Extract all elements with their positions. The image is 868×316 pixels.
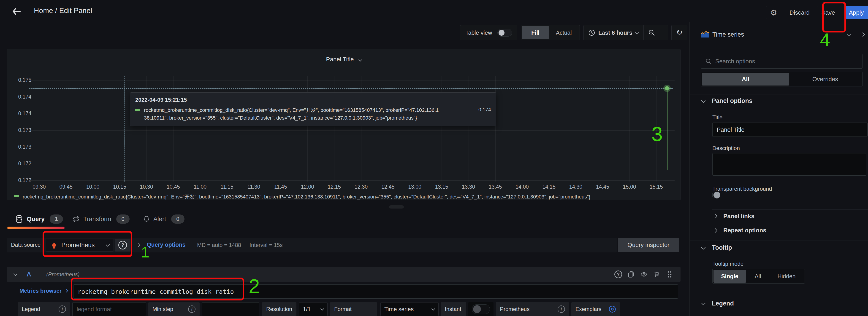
gridline xyxy=(441,76,442,181)
gridline xyxy=(29,130,675,131)
tooltip-mode-hidden[interactable]: Hidden xyxy=(770,270,803,283)
panel-title: Panel Title xyxy=(326,56,354,63)
resolution-select[interactable]: 1/1 xyxy=(299,302,328,316)
query-inspector-button[interactable]: Query inspector xyxy=(618,238,679,252)
repeat-options-title: Repeat options xyxy=(723,227,766,234)
legend-format-input[interactable] xyxy=(72,302,146,316)
panel-header[interactable]: Panel Title xyxy=(7,56,680,63)
delete-query-button[interactable] xyxy=(650,268,663,281)
query-options-link[interactable]: Query options xyxy=(147,241,185,248)
drag-handle[interactable] xyxy=(663,268,676,281)
panel-settings-button[interactable]: ⚙ xyxy=(766,6,781,19)
magnifier-minus-icon xyxy=(648,29,655,36)
gear-icon: ⚙ xyxy=(770,8,777,17)
exemplars-label: Exemplars xyxy=(576,306,601,312)
annotation-number-3: 3 xyxy=(651,124,663,144)
time-range-picker[interactable]: Last 6 hours xyxy=(584,25,644,40)
x-axis-tick: 14:00 xyxy=(508,184,536,190)
discard-button[interactable]: Discard xyxy=(785,6,814,19)
annotation-box-save xyxy=(822,2,846,32)
chart-legend[interactable]: rocketmq_brokeruntime_commitlog_disk_rat… xyxy=(14,194,673,200)
panel-title-input[interactable] xyxy=(712,122,868,137)
table-view-toggle[interactable] xyxy=(497,29,512,37)
annotation-number-2: 2 xyxy=(249,276,260,296)
series-line-dash xyxy=(679,170,682,170)
chevron-right-icon xyxy=(713,228,718,233)
duplicate-query-button[interactable] xyxy=(625,268,638,281)
y-axis-tick: 0.174 xyxy=(10,94,31,100)
tooltip-mode-single[interactable]: Single xyxy=(713,270,746,283)
chevron-down-icon[interactable] xyxy=(847,32,851,37)
resolution-value: 1/1 xyxy=(303,306,311,313)
legend-color-swatch xyxy=(14,195,19,197)
info-icon[interactable]: i xyxy=(59,306,66,313)
metrics-browser-link[interactable]: Metrics browser xyxy=(20,288,67,294)
top-nav: Home / Edit Panel ⚙ Discard Save Apply xyxy=(0,0,868,22)
refresh-button[interactable]: ↻ xyxy=(671,25,687,40)
description-textarea[interactable] xyxy=(712,153,866,176)
tab-overrides[interactable]: Overrides xyxy=(789,73,861,85)
instant-toggle[interactable] xyxy=(472,304,490,314)
resolution-option: Resolution xyxy=(262,302,297,316)
tooltip-mode-all[interactable]: All xyxy=(746,270,770,283)
format-value: Time series xyxy=(384,306,414,313)
back-button[interactable] xyxy=(10,5,23,18)
gridline xyxy=(415,76,415,181)
chevron-down-icon xyxy=(358,58,362,62)
actual-option[interactable]: Actual xyxy=(549,26,579,39)
apply-button[interactable]: Apply xyxy=(845,6,868,19)
fill-option[interactable]: Fill xyxy=(522,26,549,39)
tab-alert[interactable]: Alert 0 xyxy=(143,214,185,224)
eye-icon xyxy=(640,271,648,278)
x-axis-tick: 11:15 xyxy=(213,184,241,190)
info-icon[interactable]: i xyxy=(188,306,195,313)
legend-section-header[interactable]: Legend xyxy=(702,300,734,307)
x-axis-tick: 10:30 xyxy=(133,184,160,190)
panel-links-section[interactable]: Panel links xyxy=(714,213,754,220)
crosshair-horizontal xyxy=(29,88,673,89)
grip-dots-icon xyxy=(667,271,672,278)
gridline xyxy=(495,76,496,181)
collapse-sidebar-button[interactable] xyxy=(861,32,865,37)
gridline xyxy=(281,76,281,181)
fill-actual-segmented: Fill Actual xyxy=(521,25,580,40)
search-options-box[interactable]: Search options xyxy=(701,54,863,69)
exemplars-icon[interactable] xyxy=(609,306,616,313)
x-axis-tick: 14:30 xyxy=(562,184,589,190)
toggle-knob xyxy=(499,30,504,36)
format-option: Format xyxy=(330,302,377,316)
info-icon[interactable]: i xyxy=(558,306,565,313)
tab-all[interactable]: All xyxy=(702,73,789,85)
gridline xyxy=(173,76,174,181)
clock-icon xyxy=(588,29,595,36)
panel-options-title: Panel options xyxy=(712,97,752,105)
x-axis-tick: 12:45 xyxy=(374,184,402,190)
visualization-name[interactable]: Time series xyxy=(712,31,744,38)
min-step-input[interactable] xyxy=(202,302,259,316)
table-view-label: Table view xyxy=(465,30,492,36)
tab-query[interactable]: Query 1 xyxy=(16,214,63,224)
zoom-out-button[interactable] xyxy=(644,25,660,40)
x-axis-tick: 12:15 xyxy=(320,184,348,190)
format-select[interactable]: Time series xyxy=(380,302,439,316)
tab-transform[interactable]: Transform 0 xyxy=(72,214,129,224)
pane-resize-handle[interactable] xyxy=(389,205,404,209)
x-axis-tick: 13:45 xyxy=(482,184,509,190)
y-axis-tick: 0.175 xyxy=(10,77,31,83)
chevron-down-icon xyxy=(701,98,706,103)
tab-query-label: Query xyxy=(27,216,44,223)
repeat-options-section[interactable]: Repeat options xyxy=(714,227,766,234)
x-axis-tick: 15:00 xyxy=(616,184,643,190)
toggle-visibility-button[interactable] xyxy=(638,268,650,281)
legend-option-label: Legend xyxy=(22,306,40,312)
copy-icon xyxy=(628,271,634,278)
breadcrumb[interactable]: Home / Edit Panel xyxy=(34,7,92,15)
legend-label[interactable]: rocketmq_brokeruntime_commitlog_disk_rat… xyxy=(23,194,590,200)
toggle-knob xyxy=(473,305,481,313)
tooltip-section-header[interactable]: Tooltip xyxy=(702,244,732,251)
panel-options-header[interactable]: Panel options xyxy=(702,97,752,105)
transparent-background-toggle[interactable] xyxy=(712,193,713,197)
data-point[interactable] xyxy=(665,86,669,90)
query-help-button[interactable]: ? xyxy=(612,268,625,281)
series-line-flat xyxy=(667,170,678,170)
